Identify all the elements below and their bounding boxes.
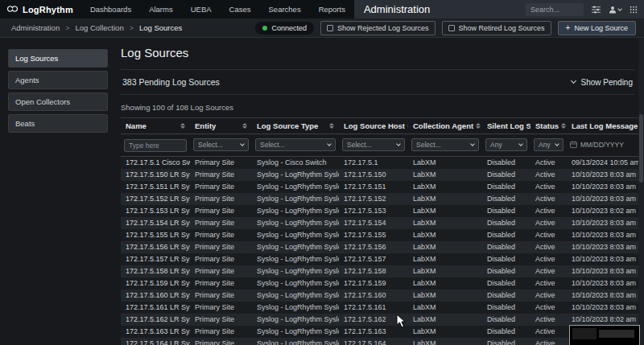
user-menu[interactable] — [609, 6, 621, 14]
table-row[interactable]: 172.17.5.157 LR Sysl...Primary SiteSyslo… — [121, 253, 640, 265]
table-row[interactable]: 172.17.5.164 LR Sysl...Primary SiteSyslo… — [121, 338, 640, 345]
filter-sliders-icon[interactable] — [592, 6, 601, 14]
chevron-down-icon — [327, 142, 332, 146]
silent-log-source-filter-select[interactable]: Any — [485, 138, 527, 151]
table-row[interactable]: 172.17.5.150 LR Sysl...Primary SiteSyslo… — [121, 169, 640, 181]
entity-filter-select[interactable]: Select... — [193, 138, 249, 151]
name-filter-input[interactable] — [124, 139, 187, 152]
cell-last: 10/10/2023 8:02 am — [567, 314, 640, 326]
cell-host: 172.17.5.163 — [339, 326, 408, 338]
table-row[interactable]: 172.17.5.156 LR Sysl...Primary SiteSyslo… — [121, 241, 640, 253]
date-filter-input[interactable]: MM/DD/YYYY — [570, 138, 637, 151]
cell-type: Syslog - Cisco Switch — [252, 157, 339, 169]
column-header-collection-agent[interactable]: Collection Agent — [408, 118, 482, 134]
cell-name: 172.17.5.150 LR Sysl... — [121, 169, 190, 181]
brand[interactable]: LogRhythm — [0, 0, 81, 18]
column-header-entity[interactable]: Entity — [190, 118, 252, 134]
nav-item-ueba[interactable]: UEBA — [182, 0, 221, 18]
show-retired-label: Show Retired Log Sources — [459, 24, 545, 32]
cell-type: Syslog - LogRhythm Syslog Ge... — [252, 253, 339, 265]
cell-name: 172.17.5.152 LR Sysl... — [121, 193, 190, 205]
vertical-scrollbar[interactable] — [638, 38, 644, 345]
cell-host: 172.17.5.152 — [339, 193, 408, 205]
cell-type: Syslog - LogRhythm Syslog Ge... — [252, 314, 339, 326]
table-row[interactable]: 172.17.5.152 LR Sysl...Primary SiteSyslo… — [121, 193, 640, 205]
table-row[interactable]: 172.17.5.1 Cisco Swit...Primary SiteSysl… — [121, 157, 640, 169]
cell-status: Active — [530, 277, 567, 290]
column-header-log-source-host[interactable]: Log Source Host — [339, 118, 408, 134]
cell-type: Syslog - LogRhythm Syslog Ge... — [252, 181, 339, 193]
cell-entity: Primary Site — [190, 277, 252, 290]
cell-status: Active — [530, 290, 567, 302]
table-row[interactable]: 172.17.5.151 LR Sysl...Primary SiteSyslo… — [121, 181, 640, 193]
column-header-silent-log-source[interactable]: Silent Log S... — [482, 118, 530, 134]
sort-icon[interactable] — [242, 123, 247, 129]
show-rejected-checkbox[interactable]: Show Rejected Log Sources — [320, 21, 436, 35]
sort-icon[interactable] — [476, 123, 481, 129]
sidebar-item-log-sources[interactable]: Log Sources — [8, 49, 108, 68]
table-row[interactable]: 172.17.5.160 LR Sysl...Primary SiteSyslo… — [121, 290, 640, 302]
new-log-source-button[interactable]: + New Log Source — [558, 21, 636, 35]
table-row[interactable]: 172.17.5.163 LR Sysl...Primary SiteSyslo… — [121, 326, 640, 338]
sidebar-item-open-collectors[interactable]: Open Collectors — [8, 92, 108, 111]
search-input[interactable] — [526, 3, 584, 16]
cell-last: 10/10/2023 8:03 am — [567, 229, 640, 241]
collection-agent-filter-select[interactable]: Select... — [411, 138, 479, 151]
cell-last: 10/10/2023 8:03 am — [567, 241, 640, 253]
table-row[interactable]: 172.17.5.153 LR Sysl...Primary SiteSyslo… — [121, 205, 640, 217]
connected-label: Connected — [271, 24, 307, 32]
nav-item-cases[interactable]: Cases — [221, 0, 260, 18]
cell-status: Active — [530, 157, 567, 169]
scrollbar-thumb[interactable] — [639, 114, 643, 183]
log-source-host-filter-select[interactable]: Select... — [342, 138, 405, 151]
nav-item-alarms[interactable]: Alarms — [140, 0, 182, 18]
cell-name: 172.17.5.156 LR Sysl... — [121, 241, 190, 253]
nav-item-dashboards[interactable]: Dashboards — [81, 0, 140, 18]
cell-type: Syslog - LogRhythm Syslog Ge... — [252, 169, 339, 181]
cell-name: 172.17.5.159 LR Sysl... — [121, 277, 190, 290]
sort-icon[interactable] — [329, 123, 334, 129]
table-row[interactable]: 172.17.5.159 LR Sysl...Primary SiteSyslo… — [121, 277, 640, 290]
breadcrumb-bar: Administration>Log Collection>Log Source… — [0, 18, 644, 38]
nav-item-reports[interactable]: Reports — [310, 0, 354, 18]
log-source-type-filter-select[interactable]: Select... — [255, 138, 336, 151]
column-header-log-source-type[interactable]: Log Source Type — [252, 118, 339, 134]
logrhythm-logo-icon — [6, 2, 19, 17]
cell-last: 10/10/2023 8:03 am — [567, 277, 640, 290]
new-log-source-label: New Log Source — [574, 24, 628, 32]
column-header-last-log-message[interactable]: Last Log Message — [567, 118, 640, 134]
nav-item-searches[interactable]: Searches — [260, 0, 310, 18]
cell-name: 172.17.5.153 LR Sysl... — [121, 205, 190, 217]
cell-status: Active — [530, 169, 567, 181]
table-row[interactable]: 172.17.5.158 LR Sysl...Primary SiteSyslo… — [121, 265, 640, 277]
cell-entity: Primary Site — [190, 265, 252, 277]
show-pending-label: Show Pending — [581, 78, 634, 87]
cell-entity: Primary Site — [190, 253, 252, 265]
table-row[interactable]: 172.17.5.155 LR Sysl...Primary SiteSyslo… — [121, 229, 640, 241]
table-row[interactable]: 172.17.5.162 LR Sysl...Primary SiteSyslo… — [121, 314, 640, 326]
page-title: Log Sources — [121, 46, 634, 60]
breadcrumb-item[interactable]: Log Collection — [75, 23, 123, 32]
breadcrumb-item[interactable]: Administration — [11, 23, 60, 32]
status-filter-select[interactable]: Any — [534, 138, 564, 151]
sidebar: Log SourcesAgentsOpen CollectorsBeats — [0, 38, 113, 345]
sort-icon[interactable] — [180, 123, 185, 129]
apps-grid-icon[interactable] — [630, 6, 638, 14]
cell-agent: LabXM — [408, 265, 482, 277]
cell-last: 10/10/2023 8:03 am — [567, 217, 640, 229]
sidebar-item-agents[interactable]: Agents — [8, 71, 108, 89]
cell-host: 172.17.5.154 — [339, 217, 408, 229]
sidebar-item-beats[interactable]: Beats — [8, 114, 108, 133]
breadcrumb-item[interactable]: Log Sources — [139, 23, 182, 32]
show-pending-toggle[interactable]: Show Pending — [572, 78, 634, 87]
show-retired-checkbox[interactable]: Show Retired Log Sources — [442, 21, 551, 35]
cell-last: 10/10/2023 8:02 am — [567, 205, 640, 217]
table-row[interactable]: 172.17.5.154 LR Sysl...Primary SiteSyslo… — [121, 217, 640, 229]
table-row[interactable]: 172.17.5.161 LR Sysl...Primary SiteSyslo… — [121, 302, 640, 314]
sort-icon[interactable] — [561, 123, 566, 129]
cell-agent: LabXM — [408, 217, 482, 229]
sort-icon[interactable] — [407, 123, 408, 129]
column-header-status[interactable]: Status — [530, 118, 567, 134]
cell-entity: Primary Site — [190, 314, 252, 326]
column-header-name[interactable]: Name — [121, 118, 190, 134]
